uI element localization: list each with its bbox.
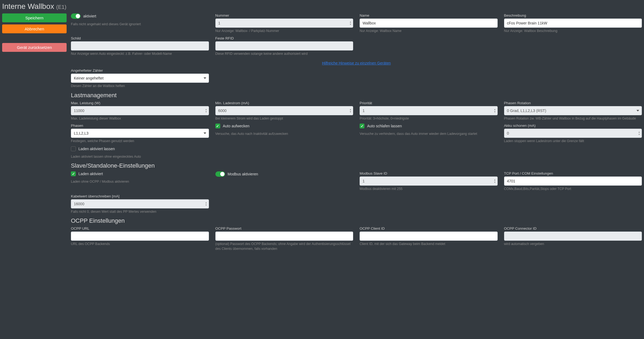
section-ocpp: OCPP Einstellungen bbox=[71, 217, 642, 224]
field-modbus-id: Modbus Slave ID ▲▼ Modbus deaktivieren m… bbox=[360, 171, 498, 192]
cancel-button[interactable]: Abbrechen bbox=[2, 24, 67, 33]
sidebar: Speichern Abbrechen Gerät zurücksetzen bbox=[2, 13, 67, 254]
toggle-aktiviert[interactable]: aktiviert bbox=[71, 13, 209, 19]
prio-help: Priorität: 3=höchste, 0=niedrigste bbox=[360, 116, 498, 121]
kabel-input[interactable] bbox=[71, 199, 209, 208]
ocpp-pass-label: OCPP Passwort bbox=[215, 226, 353, 230]
check-icon bbox=[71, 171, 76, 176]
phasen-help: Festlegen, welche Phasen genutzt werden bbox=[71, 139, 209, 144]
section-slave: Slave/Standalone-Einstellungen bbox=[71, 162, 642, 169]
zaehler-help: Diesen Zähler an die Wallbox heften bbox=[71, 84, 209, 89]
rotation-label: Phasen Rotation bbox=[504, 101, 642, 105]
field-sleep: Auto schlafen lassen Versuche zu verhind… bbox=[360, 124, 498, 144]
sleep-help: Versuche zu verhindern, dass das Auto im… bbox=[360, 132, 498, 136]
field-wakeup: Auto aufwecken Versuche, das Auto nach I… bbox=[215, 124, 353, 144]
field-ocpp-pass: OCPP Passwort (optional) Passwort des OC… bbox=[215, 226, 353, 251]
nummer-help: Nur Anzeige: Wallbox- / Parkplatz-Nummer bbox=[215, 29, 353, 34]
akku-input[interactable] bbox=[504, 129, 642, 138]
field-modbus: Modbus aktivieren bbox=[215, 171, 353, 192]
save-button[interactable]: Speichern bbox=[2, 13, 67, 22]
check-icon bbox=[215, 124, 220, 128]
modbus-id-label: Modbus Slave ID bbox=[360, 171, 498, 175]
ocpp-connector-input[interactable] bbox=[504, 232, 642, 241]
name-input[interactable] bbox=[360, 19, 498, 28]
checkbox-empty-icon bbox=[71, 146, 76, 151]
ocpp-pass-help: (optional) Passwort des OCPP Backends; o… bbox=[215, 242, 353, 251]
toggle-modbus[interactable]: Modbus aktivieren bbox=[215, 171, 353, 177]
max-leistung-help: Max. Ladeleistung dieser Wallbox bbox=[71, 116, 209, 121]
min-ladestrom-input[interactable] bbox=[215, 106, 353, 115]
phasen-select[interactable]: L1,L2,L3 bbox=[71, 129, 209, 138]
field-phasen: Phasen L1,L2,L3 Festlegen, welche Phasen… bbox=[71, 124, 209, 144]
ocpp-connector-label: OCPP Connector ID bbox=[504, 226, 642, 230]
schild-help: Nur Anzeige wenn Auto eingesteckt: z.B. … bbox=[71, 52, 209, 56]
field-zaehler: Angehefteter Zähler Keiner angeheftet Di… bbox=[71, 68, 209, 89]
field-nummer: Nummer ▲▼ Nur Anzeige: Wallbox- / Parkpl… bbox=[215, 13, 353, 34]
ocpp-connector-help: wird automatisch vergeben bbox=[504, 242, 642, 247]
reset-device-button[interactable]: Gerät zurücksetzen bbox=[2, 43, 67, 52]
min-ladestrom-help: Bei kleinerem Strom wird das Laden gesto… bbox=[215, 116, 353, 121]
sleep-label: Auto schlafen lassen bbox=[367, 124, 402, 128]
field-ocpp-url: OCPP URL URL des OCPP Backends bbox=[71, 226, 209, 251]
max-leistung-label: Max. Leistung (W) bbox=[71, 101, 209, 105]
field-kabel: Kabelwert überschreiben [mA] ▲▼ Falls ni… bbox=[71, 194, 209, 214]
tcp-input[interactable] bbox=[504, 176, 642, 186]
ocpp-pass-input[interactable] bbox=[215, 232, 353, 241]
page-title: Interne Wallbox (E1) bbox=[2, 2, 642, 11]
kabel-label: Kabelwert überschreiben [mA] bbox=[71, 194, 209, 198]
laden-aktiviert-lassen-help: Laden aktiviert lassen ohne eingesteckte… bbox=[71, 154, 209, 159]
checkbox-laden-aktiviert-lassen[interactable]: Laden aktiviert lassen bbox=[71, 146, 209, 151]
rfid-input[interactable] bbox=[215, 41, 353, 51]
section-lastmanagement: Lastmanagement bbox=[71, 92, 642, 99]
prio-input[interactable] bbox=[360, 106, 498, 115]
zaehler-label: Angehefteter Zähler bbox=[71, 68, 209, 73]
phasen-label: Phasen bbox=[71, 124, 209, 128]
field-beschreibung: Beschreibung Nur Anzeige: Wallbox Beschr… bbox=[504, 13, 642, 34]
checkbox-laden-aktiviert[interactable]: Laden aktiviert bbox=[71, 171, 209, 176]
ocpp-client-label: OCPP Client ID bbox=[360, 226, 498, 230]
page-title-text: Interne Wallbox bbox=[2, 2, 54, 10]
prio-label: Priorität bbox=[360, 101, 498, 105]
nummer-label: Nummer bbox=[215, 13, 353, 17]
field-max-leistung: Max. Leistung (W) ▲▼ Max. Ladeleistung d… bbox=[71, 101, 209, 121]
modbus-id-input[interactable] bbox=[360, 176, 498, 186]
schild-label: Schild bbox=[71, 36, 209, 40]
field-akku: Akku schonen (mA) ▲▼ Laden stoppen wenn … bbox=[504, 124, 642, 144]
beschreibung-label: Beschreibung bbox=[504, 13, 642, 17]
checkbox-wakeup[interactable]: Auto aufwecken bbox=[215, 124, 353, 128]
name-label: Name bbox=[360, 13, 498, 17]
field-laden-aktiviert-lassen: Laden aktiviert lassen Laden aktiviert l… bbox=[71, 146, 209, 159]
main-content: aktiviert Falls nicht angehakt wird dies… bbox=[71, 13, 642, 254]
schild-input[interactable] bbox=[71, 41, 209, 51]
beschreibung-input[interactable] bbox=[504, 19, 642, 28]
nummer-input[interactable] bbox=[215, 19, 353, 28]
ocpp-client-input[interactable] bbox=[360, 232, 498, 241]
page-title-suffix: (E1) bbox=[56, 4, 66, 10]
name-help: Nur Anzeige: Wallbox Name bbox=[360, 29, 498, 34]
akku-label: Akku schonen (mA) bbox=[504, 124, 642, 128]
aktiviert-help: Falls nicht angehakt wird dieses Gerät i… bbox=[71, 22, 209, 27]
check-icon bbox=[360, 124, 364, 128]
field-rotation: Phasen Rotation 0 Grad, L1,L2,L3 (RST) P… bbox=[504, 101, 642, 121]
field-name: Name Nur Anzeige: Wallbox Name bbox=[360, 13, 498, 34]
hints-link[interactable]: Hilfreiche Hinweise zu einzelnen Geräten bbox=[322, 61, 391, 65]
rfid-label: Feste RFID bbox=[215, 36, 353, 40]
field-tcp: TCP Port / COM Einstellungen COMx,Baud,B… bbox=[504, 171, 642, 192]
laden-aktiviert-help: Laden ohne OCPP / Modbus aktivieren bbox=[71, 179, 209, 184]
beschreibung-help: Nur Anzeige: Wallbox Beschreibung bbox=[504, 29, 642, 34]
modbus-id-help: Modbus deaktivieren mit 255 bbox=[360, 187, 498, 192]
zaehler-select[interactable]: Keiner angeheftet bbox=[71, 74, 209, 83]
wakeup-help: Versuche, das Auto nach Inaktivität aufz… bbox=[215, 132, 353, 136]
tcp-label: TCP Port / COM Einstellungen bbox=[504, 171, 642, 175]
checkbox-sleep[interactable]: Auto schlafen lassen bbox=[360, 124, 498, 128]
field-laden-aktiviert: Laden aktiviert Laden ohne OCPP / Modbus… bbox=[71, 171, 209, 192]
field-schild: Schild Nur Anzeige wenn Auto eingesteckt… bbox=[71, 36, 209, 56]
field-rfid: Feste RFID Diese RFID verwenden solange … bbox=[215, 36, 353, 56]
field-min-ladestrom: Min. Ladestrom (mA) ▲▼ Bei kleinerem Str… bbox=[215, 101, 353, 121]
laden-aktiviert-label: Laden aktiviert bbox=[78, 172, 103, 176]
max-leistung-input[interactable] bbox=[71, 106, 209, 115]
rotation-select[interactable]: 0 Grad, L1,L2,L3 (RST) bbox=[504, 106, 642, 115]
hints-link-row: Hilfreiche Hinweise zu einzelnen Geräten bbox=[71, 59, 642, 68]
field-prio: Priorität ▲▼ Priorität: 3=höchste, 0=nie… bbox=[360, 101, 498, 121]
ocpp-url-input[interactable] bbox=[71, 232, 209, 241]
